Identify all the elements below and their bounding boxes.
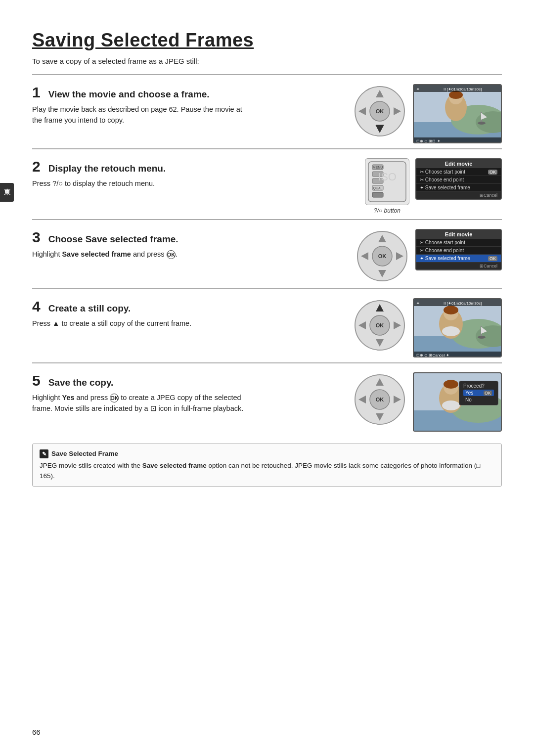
step-5: 5 Save the copy. Highlight Yes and press… bbox=[32, 362, 502, 437]
step-4-title: Create a still copy. bbox=[48, 303, 131, 314]
step-1-dpad: OK bbox=[353, 84, 407, 138]
svg-text:MENU: MENU bbox=[373, 166, 383, 169]
step-2-menu-title: Edit movie bbox=[416, 159, 501, 168]
svg-point-13 bbox=[478, 122, 486, 125]
svg-point-54 bbox=[444, 306, 458, 314]
step-2-menu-item-2: ✂ Choose end point bbox=[416, 176, 501, 184]
step-1-photo-screen: ✦ II [✦01m30s/10m30s] ⊡⊕ ⊙ ⊞⊡ ✦ bbox=[413, 84, 502, 143]
note-box: ✎ Save Selected Frame JPEG movie stills … bbox=[32, 444, 502, 487]
svg-point-55 bbox=[442, 326, 460, 336]
step-4-images: OK bbox=[353, 298, 502, 357]
step-3-menu-item-2: ✂ Choose end point bbox=[416, 247, 501, 255]
step-3-content: 3 Choose Save selected frame. Highlight … bbox=[32, 229, 346, 260]
step-1-title: View the movie and choose a frame. bbox=[48, 89, 210, 100]
step-5-number: 5 bbox=[32, 372, 41, 389]
step-5-photo-screen: Proceed? YesOK No bbox=[413, 372, 502, 432]
svg-rect-29 bbox=[372, 192, 383, 197]
step-2-body: Press ?/○ to display the retouch menu. bbox=[32, 178, 245, 189]
page-number: 66 bbox=[32, 728, 41, 736]
step-2-camera: MENU QUAL ISO ?/○ button bbox=[365, 158, 409, 214]
svg-text:✦: ✦ bbox=[416, 301, 420, 306]
svg-text:OK: OK bbox=[378, 253, 387, 259]
step-1-body: Play the movie back as described on page… bbox=[32, 104, 245, 126]
step-5-content: 5 Save the copy. Highlight Yes and press… bbox=[32, 372, 344, 414]
svg-text:OK: OK bbox=[376, 108, 384, 114]
page-intro: To save a copy of a selected frame as a … bbox=[32, 57, 502, 65]
step-3-menu-item-1: ✂ Choose start point bbox=[416, 239, 501, 247]
step-4-photo-screen: ✦ II [✦01m30s/10m30s] ⊡⊕ ⊙ ⊞Cancel ✦ bbox=[413, 298, 502, 357]
step-1-header: 1 View the movie and choose a frame. bbox=[32, 84, 344, 101]
step-4-header: 4 Create a still copy. bbox=[32, 298, 344, 315]
step-2-menu-item-1: ✂ Choose start pointOK bbox=[416, 168, 501, 176]
proceed-label: Proceed? bbox=[463, 383, 494, 389]
svg-point-73 bbox=[444, 380, 458, 389]
svg-text:⊡⊕  ⊙    ⊞⊡  ✦: ⊡⊕ ⊙ ⊞⊡ ✦ bbox=[416, 139, 441, 143]
ok-symbol-3: OK bbox=[167, 250, 176, 259]
step-4-content: 4 Create a still copy. Press ▲ to create… bbox=[32, 298, 344, 329]
step-3-title: Choose Save selected frame. bbox=[48, 234, 178, 245]
proceed-yes: YesOK bbox=[463, 390, 494, 396]
step-3-menu-title: Edit movie bbox=[416, 230, 501, 239]
note-body: JPEG movie stills created with the Save … bbox=[40, 461, 494, 481]
page-title: Saving Selected Frames bbox=[32, 30, 502, 51]
ok-symbol-5: OK bbox=[110, 394, 119, 402]
svg-text:II [✦01m30s/10m30s]: II [✦01m30s/10m30s] bbox=[444, 87, 482, 91]
step-2-caption: ?/○ button bbox=[374, 207, 400, 214]
step-2-content: 2 Display the retouch menu. Press ?/○ to… bbox=[32, 158, 356, 189]
svg-point-74 bbox=[442, 400, 460, 410]
step-1-number: 1 bbox=[32, 84, 41, 101]
step-4-number: 4 bbox=[32, 298, 41, 315]
svg-point-16 bbox=[449, 91, 463, 99]
svg-text:QUAL: QUAL bbox=[373, 186, 382, 190]
step-3-body: Highlight Save selected frame and press … bbox=[32, 249, 245, 260]
step-3-images: OK Edit movie ✂ Choose start point ✂ Cho… bbox=[355, 229, 502, 283]
side-tab: 東 bbox=[0, 183, 14, 202]
step-2: 2 Display the retouch menu. Press ?/○ to… bbox=[32, 148, 502, 219]
step-2-menu-screen: Edit movie ✂ Choose start pointOK ✂ Choo… bbox=[415, 158, 502, 200]
step-3-menu-screen: Edit movie ✂ Choose start point ✂ Choose… bbox=[415, 229, 502, 270]
step-5-dpad: OK bbox=[353, 372, 407, 427]
step-5-proceed-dialog: Proceed? YesOK No bbox=[459, 381, 498, 405]
svg-text:⊡⊕  ⊙    ⊞Cancel  ✦: ⊡⊕ ⊙ ⊞Cancel ✦ bbox=[416, 353, 449, 357]
side-tab-label: 東 bbox=[4, 188, 10, 197]
step-5-body: Highlight Yes and press OK to create a J… bbox=[32, 393, 245, 414]
step-5-title: Save the copy. bbox=[48, 377, 114, 388]
step-3-dpad: OK bbox=[355, 229, 409, 283]
svg-point-51 bbox=[478, 336, 486, 339]
step-2-images: MENU QUAL ISO ?/○ button Edit movie ✂ Ch… bbox=[365, 158, 502, 214]
step-3-menu-footer: ⊞Cancel bbox=[416, 263, 501, 269]
step-2-header: 2 Display the retouch menu. bbox=[32, 158, 356, 175]
step-2-menu-item-3: ✦ Save selected frame bbox=[416, 184, 501, 192]
svg-text:ISO: ISO bbox=[378, 171, 397, 183]
step-1: 1 View the movie and choose a frame. Pla… bbox=[32, 74, 502, 148]
step-2-title: Display the retouch menu. bbox=[48, 163, 166, 174]
svg-text:II [✦01m30s/10m30s]: II [✦01m30s/10m30s] bbox=[444, 301, 482, 306]
step-5-images: OK Proceed? YesOK bbox=[353, 372, 502, 432]
step-4: 4 Create a still copy. Press ▲ to create… bbox=[32, 288, 502, 362]
svg-text:✦: ✦ bbox=[416, 87, 420, 91]
step-3-menu-item-3: ✦ Save selected frameOK bbox=[416, 255, 501, 263]
svg-text:OK: OK bbox=[376, 322, 384, 328]
step-4-dpad: OK bbox=[353, 298, 407, 353]
step-4-body: Press ▲ to create a still copy of the cu… bbox=[32, 318, 245, 329]
proceed-no: No bbox=[463, 397, 494, 403]
step-1-content: 1 View the movie and choose a frame. Pla… bbox=[32, 84, 344, 126]
step-3-number: 3 bbox=[32, 229, 41, 246]
step-1-images: OK bbox=[353, 84, 502, 143]
step-2-menu-footer: ⊞Cancel bbox=[416, 192, 501, 199]
step-2-camera-body: MENU QUAL ISO bbox=[365, 158, 409, 205]
note-icon: ✎ bbox=[40, 449, 48, 458]
note-title: ✎ Save Selected Frame bbox=[40, 449, 494, 459]
step-2-number: 2 bbox=[32, 158, 41, 175]
step-5-header: 5 Save the copy. bbox=[32, 372, 344, 389]
step-3: 3 Choose Save selected frame. Highlight … bbox=[32, 219, 502, 288]
note-title-text: Save Selected Frame bbox=[51, 449, 118, 459]
svg-text:OK: OK bbox=[376, 397, 384, 402]
step-3-header: 3 Choose Save selected frame. bbox=[32, 229, 346, 246]
